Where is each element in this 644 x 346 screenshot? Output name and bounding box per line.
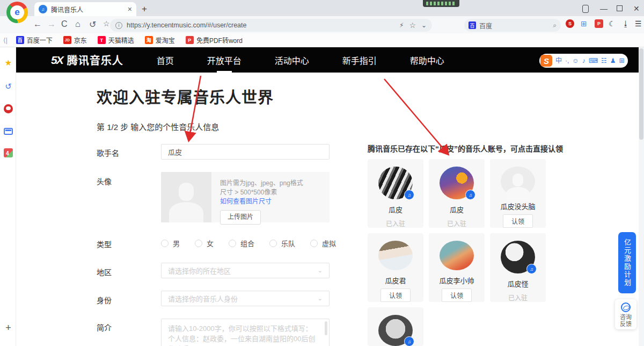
bookmark-pdf2word[interactable]: P 免费PDF转word bbox=[181, 34, 247, 46]
home-icon[interactable]: ⌂ bbox=[75, 19, 80, 29]
radio-group-circle[interactable] bbox=[229, 240, 236, 247]
search-icon[interactable]: ⌕ bbox=[553, 21, 557, 29]
url-bar[interactable]: i https://y.tencentmusic.com/#/user/crea… bbox=[110, 19, 432, 32]
jd-bookmark-icon: JD bbox=[63, 36, 71, 44]
claim-button[interactable]: 认领 bbox=[380, 289, 411, 302]
upload-image-button[interactable]: 上传图片 bbox=[220, 210, 261, 225]
window-maximize-button[interactable] bbox=[617, 5, 623, 11]
claim-button[interactable]: 认领 bbox=[442, 289, 472, 302]
musician-card[interactable]: ♫ bbox=[368, 307, 423, 346]
avatar-size-hint: 尺寸 > 500*500像素 bbox=[220, 188, 303, 197]
sogou-ime-logo-icon[interactable]: S bbox=[540, 55, 552, 67]
bookmark-star-icon[interactable]: ☆ bbox=[103, 19, 110, 28]
sogou-extension-icon[interactable]: S bbox=[566, 19, 574, 28]
page-scrollbar-thumb[interactable] bbox=[639, 48, 643, 140]
page-info-icon[interactable]: i bbox=[115, 22, 122, 29]
claim-button[interactable]: 认领 bbox=[503, 214, 533, 228]
back-icon[interactable]: ← bbox=[33, 19, 42, 29]
radio-group[interactable]: 组合 bbox=[229, 238, 254, 248]
page-title: 欢迎入驻专属音乐人世界 bbox=[97, 85, 274, 107]
region-select[interactable]: 请选择你的所在地区 ⌄ bbox=[161, 263, 330, 278]
favorites-star-icon[interactable]: ★ bbox=[4, 58, 13, 67]
lightning-icon[interactable]: ⚡ bbox=[399, 21, 404, 29]
musician-card[interactable]: 瓜皮李小帅 认领 bbox=[429, 233, 485, 302]
musician-card[interactable]: ♫ 瓜皮 已入驻 bbox=[429, 159, 485, 228]
collapse-sidebar-icon[interactable]: ⟨| bbox=[3, 37, 8, 44]
radio-male[interactable]: 男 bbox=[161, 238, 180, 248]
window-minimize-button[interactable]: — bbox=[600, 4, 608, 13]
musician-card[interactable]: ♫ 瓜皮怪 已入驻 bbox=[490, 233, 546, 302]
dark-mode-moon-icon[interactable]: ☾ bbox=[609, 19, 616, 28]
radio-female[interactable]: 女 bbox=[195, 238, 214, 248]
chevron-down-icon[interactable]: ⌄ bbox=[421, 21, 427, 29]
singer-name-input[interactable]: 瓜皮 bbox=[161, 144, 330, 160]
bookmark-tmall[interactable]: T 天猫精选 bbox=[93, 34, 138, 46]
nav-item-beginner-guide[interactable]: 新手指引 bbox=[342, 54, 377, 67]
nav-item-activity-center[interactable]: 活动中心 bbox=[275, 54, 309, 67]
card-panel-icon[interactable] bbox=[4, 128, 13, 135]
taobao-bookmark-icon: 淘 bbox=[145, 36, 153, 44]
site-brand-text: 腾讯音乐人 bbox=[67, 52, 123, 68]
add-panel-icon[interactable]: + bbox=[4, 323, 13, 333]
baidu-icon: 百 bbox=[469, 21, 476, 29]
browser-tab[interactable]: ♫ 腾讯音乐人 × bbox=[34, 2, 136, 16]
search-engine-label: 百度 bbox=[479, 21, 550, 30]
phone-mode-icon[interactable] bbox=[582, 5, 589, 13]
globe-icon bbox=[621, 302, 631, 312]
bookmark-jd[interactable]: JD 京东 bbox=[59, 34, 91, 46]
verified-badge-icon: ♫ bbox=[465, 190, 475, 200]
radio-virtual[interactable]: 虚拟 bbox=[310, 238, 336, 248]
textarea-scrollbar[interactable] bbox=[325, 321, 327, 335]
new-tab-button[interactable]: + bbox=[142, 4, 147, 15]
radio-female-circle[interactable] bbox=[195, 240, 202, 247]
nav-item-home[interactable]: 首页 bbox=[157, 54, 174, 67]
musician-card[interactable]: 瓜皮君 认领 bbox=[368, 233, 423, 302]
tab-close-icon[interactable]: × bbox=[128, 5, 132, 13]
ime-keyboard-icon[interactable]: ⌨ bbox=[589, 57, 598, 64]
download-icon[interactable]: ⭳ bbox=[622, 19, 630, 28]
ime-emoji-icon[interactable]: ☺ bbox=[572, 57, 579, 64]
how-to-check-size-link[interactable]: 如何查看图片尺寸 bbox=[220, 197, 303, 206]
ime-menu-icon[interactable]: ⊞ bbox=[619, 57, 624, 64]
ime-toolbar[interactable]: S 中 ·, ☺ ♪ ⌨ ☷ ♟ ⊞ bbox=[539, 54, 628, 68]
url-text[interactable]: https://y.tencentmusic.com/#/user/create bbox=[127, 21, 395, 29]
history-clock-icon[interactable]: ↺ bbox=[4, 82, 13, 91]
reload-icon[interactable]: C bbox=[61, 19, 68, 29]
radio-virtual-circle[interactable] bbox=[310, 240, 318, 247]
nav-item-open-platform[interactable]: 开放平台 bbox=[207, 54, 241, 67]
radio-band-circle[interactable] bbox=[269, 240, 277, 247]
forward-icon[interactable]: → bbox=[47, 19, 56, 29]
identity-select[interactable]: 请选择你的音乐人身份 ⌄ bbox=[161, 291, 330, 306]
nav-item-help-center[interactable]: 帮助中心 bbox=[410, 54, 444, 67]
ime-punct-icon[interactable]: ·, bbox=[565, 57, 569, 64]
incentive-plan-button[interactable]: 亿元激励计划3.0 bbox=[618, 232, 636, 293]
radio-band[interactable]: 乐队 bbox=[269, 238, 295, 248]
musician-avatar: ♫ bbox=[378, 167, 413, 199]
ime-simplified-icon[interactable]: ☷ bbox=[601, 57, 607, 64]
undo-icon[interactable]: ↺ bbox=[89, 19, 96, 30]
type-label: 类型 bbox=[97, 239, 112, 249]
browser-logo-icon[interactable]: e bbox=[6, 2, 28, 23]
region-chevron-icon: ⌄ bbox=[318, 267, 323, 274]
avatar-format-hint: 图片需为jpg、jpeg、png格式 bbox=[220, 179, 303, 188]
search-box[interactable]: 百 百度 ⌕ bbox=[464, 19, 561, 32]
site-logo[interactable]: 5X 腾讯音乐人 bbox=[51, 52, 123, 68]
favorite-star-icon[interactable]: ☆ bbox=[409, 21, 416, 30]
ime-voice-icon[interactable]: ♪ bbox=[582, 57, 586, 64]
ime-lang-icon[interactable]: 中 bbox=[555, 57, 562, 64]
apps-grid-icon[interactable]: ⊞ bbox=[581, 19, 587, 28]
pdf-extension-icon[interactable]: P bbox=[595, 19, 603, 28]
window-close-button[interactable]: ✕ bbox=[633, 4, 640, 13]
reader-app-icon[interactable] bbox=[4, 148, 13, 157]
intro-textarea[interactable]: 请输入10-2000字，你可以按照以下格式填写： 个人信息：赵政委，一位来自湖南… bbox=[161, 319, 330, 346]
musician-card[interactable]: ♫ 瓜皮 已入驻 bbox=[368, 159, 423, 228]
musician-card[interactable]: 瓜皮没头脑 认领 bbox=[490, 159, 546, 228]
weibo-icon[interactable] bbox=[4, 104, 13, 113]
bookmark-baidu[interactable]: 百 百度一下 bbox=[12, 34, 57, 46]
musician-avatar: ♫ bbox=[501, 241, 535, 273]
radio-male-circle[interactable] bbox=[161, 240, 169, 247]
bookmark-taobao[interactable]: 淘 爱淘宝 bbox=[141, 34, 179, 46]
menu-hamburger-icon[interactable]: ☰ bbox=[635, 19, 642, 28]
feedback-button[interactable]: 咨询 反馈 bbox=[615, 299, 636, 329]
ime-skin-icon[interactable]: ♟ bbox=[610, 57, 616, 64]
